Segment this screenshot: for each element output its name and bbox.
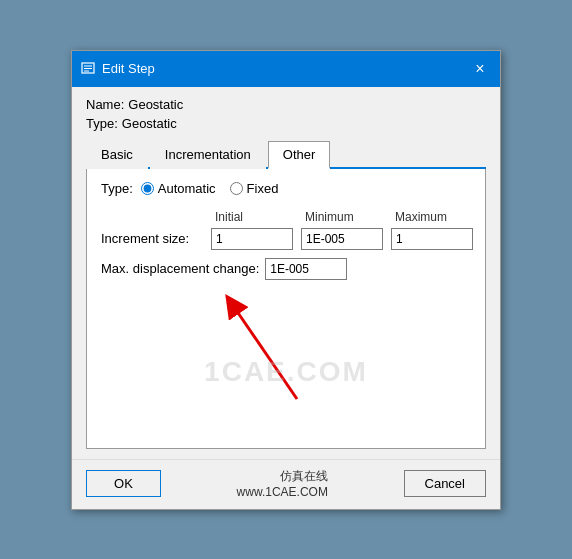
- tab-basic[interactable]: Basic: [86, 141, 148, 169]
- tab-content: Type: Automatic Fixed Initial Minimum: [86, 169, 486, 449]
- website-chinese: 仿真在线: [237, 468, 328, 485]
- radio-automatic-input[interactable]: [141, 182, 154, 195]
- edit-step-icon: [80, 61, 96, 77]
- radio-fixed-option[interactable]: Fixed: [230, 181, 279, 196]
- name-label: Name:: [86, 97, 124, 112]
- increment-minimum-input[interactable]: [301, 228, 383, 250]
- radio-automatic-label: Automatic: [158, 181, 216, 196]
- cancel-button[interactable]: Cancel: [404, 470, 486, 497]
- dialog-body: Name: Geostatic Type: Geostatic Basic In…: [72, 87, 500, 459]
- radio-fixed-label: Fixed: [247, 181, 279, 196]
- edit-step-dialog: Edit Step × Name: Geostatic Type: Geosta…: [71, 50, 501, 510]
- close-button[interactable]: ×: [468, 57, 492, 81]
- col-header-empty: [101, 210, 211, 224]
- website-url: www.1CAE.COM: [237, 485, 328, 499]
- title-bar-left: Edit Step: [80, 61, 155, 77]
- col-header-maximum: Maximum: [391, 210, 481, 224]
- content-type-label: Type:: [101, 181, 133, 196]
- dialog-title: Edit Step: [102, 61, 155, 76]
- increment-size-label: Increment size:: [101, 231, 211, 246]
- name-value: Geostatic: [128, 97, 183, 112]
- radio-group: Automatic Fixed: [141, 181, 279, 196]
- max-displacement-input[interactable]: [265, 258, 347, 280]
- tabs: Basic Incrementation Other: [86, 139, 486, 169]
- watermark: 1CAE.COM: [204, 356, 368, 388]
- increment-size-row: Increment size:: [101, 228, 471, 250]
- col-header-initial: Initial: [211, 210, 301, 224]
- dialog-footer: OK 仿真在线 www.1CAE.COM Cancel: [72, 459, 500, 509]
- type-value: Geostatic: [122, 116, 177, 131]
- svg-line-4: [232, 304, 297, 399]
- radio-fixed-input[interactable]: [230, 182, 243, 195]
- col-header-minimum: Minimum: [301, 210, 391, 224]
- arrow-annotation: [217, 289, 337, 409]
- content-type-row: Type: Automatic Fixed: [101, 181, 471, 196]
- website-info: 仿真在线 www.1CAE.COM: [237, 468, 328, 499]
- radio-automatic-option[interactable]: Automatic: [141, 181, 216, 196]
- column-headers: Initial Minimum Maximum: [101, 210, 471, 224]
- max-displacement-label: Max. displacement change:: [101, 261, 259, 276]
- max-displacement-row: Max. displacement change:: [101, 258, 471, 280]
- tab-incrementation[interactable]: Incrementation: [150, 141, 266, 169]
- tab-other[interactable]: Other: [268, 141, 331, 169]
- increment-maximum-input[interactable]: [391, 228, 473, 250]
- title-bar: Edit Step ×: [72, 51, 500, 87]
- type-row: Type: Geostatic: [86, 116, 486, 131]
- name-row: Name: Geostatic: [86, 97, 486, 112]
- increment-initial-input[interactable]: [211, 228, 293, 250]
- ok-button[interactable]: OK: [86, 470, 161, 497]
- type-label: Type:: [86, 116, 118, 131]
